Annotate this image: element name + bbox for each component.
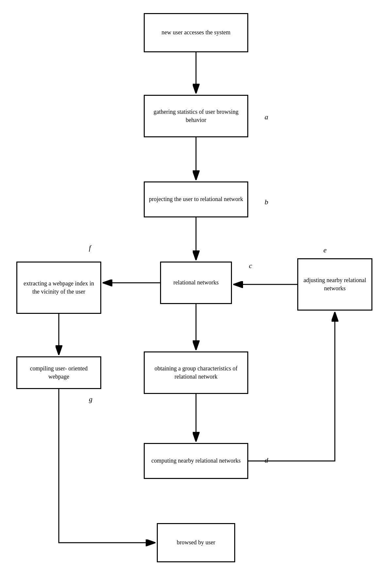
box-compiling: compiling user- oriented webpage <box>16 356 101 389</box>
box-gathering: gathering statistics of user browsing be… <box>144 95 248 137</box>
box-browsed: browsed by user <box>157 523 235 562</box>
label-e: e <box>323 246 327 254</box>
label-b: b <box>265 198 268 206</box>
box-extracting: extracting a webpage index in the vicini… <box>16 262 101 314</box>
label-c: c <box>249 262 252 270</box>
box-relational-networks: relational networks <box>160 262 232 304</box>
label-d: d <box>265 456 268 465</box>
label-f: f <box>89 244 91 252</box>
label-a: a <box>265 113 268 121</box>
box-obtaining: obtaining a group characteristics of rel… <box>144 351 248 394</box>
box-projecting: projecting the user to relational networ… <box>144 181 248 217</box>
label-g: g <box>89 395 92 403</box>
box-new-user: new user accesses the system <box>144 13 248 52</box>
box-adjusting: adjusting nearby relational networks <box>297 258 372 311</box>
box-computing: computing nearby relational networks <box>144 443 248 479</box>
flowchart: new user accesses the system gathering s… <box>0 0 392 578</box>
